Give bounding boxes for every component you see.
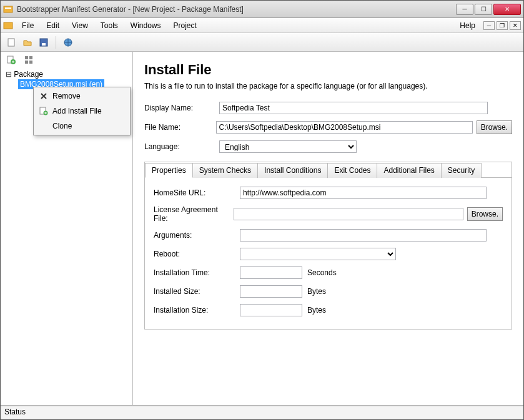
mdi-restore-button[interactable]: ❐	[497, 21, 508, 30]
svg-rect-5	[42, 43, 46, 46]
add-install-icon	[39, 106, 49, 116]
tab-additional-files[interactable]: Additional Files	[377, 163, 441, 178]
minimize-button[interactable]: ─	[456, 4, 473, 15]
svg-rect-11	[25, 61, 28, 64]
tab-security[interactable]: Security	[441, 163, 482, 178]
save-button[interactable]	[37, 36, 51, 49]
tree-body: ⊟ Package BMG2008Setup.msi (en) Remove	[1, 68, 132, 405]
file-name-input[interactable]	[216, 121, 473, 134]
installed-size-input[interactable]	[240, 285, 302, 298]
svg-rect-12	[29, 61, 32, 64]
tree-collapse-icon[interactable]: ⊟	[6, 70, 12, 79]
folder-open-icon	[22, 37, 32, 47]
language-select[interactable]: English	[219, 140, 357, 153]
menu-help[interactable]: Help	[453, 19, 482, 32]
svg-rect-0	[4, 6, 12, 12]
homesite-input[interactable]	[240, 187, 487, 199]
menu-tools[interactable]: Tools	[94, 19, 124, 32]
save-icon	[39, 37, 49, 47]
tree-root-label: Package	[14, 70, 43, 79]
toolbar	[1, 33, 523, 52]
menu-project[interactable]: Project	[167, 19, 203, 32]
install-time-label: Installation Time:	[154, 268, 240, 277]
svg-rect-3	[8, 39, 14, 46]
main-pane: Install File This is a file to run to in…	[133, 52, 523, 405]
menu-edit[interactable]: Edit	[40, 19, 66, 32]
tree-root-node[interactable]: ⊟ Package	[3, 69, 130, 79]
installation-size-input[interactable]	[240, 304, 302, 316]
tab-install-conditions[interactable]: Install Conditions	[257, 163, 328, 178]
toolbar-separator	[56, 36, 56, 49]
add-file-icon	[6, 55, 16, 65]
tab-system-checks[interactable]: System Checks	[192, 163, 258, 178]
maximize-button[interactable]: ☐	[475, 4, 492, 15]
section-description: This is a file to run to install the pac…	[144, 82, 512, 90]
context-menu: Remove Add Install File Clone	[33, 87, 131, 135]
license-input[interactable]	[234, 208, 463, 220]
svg-rect-1	[5, 7, 11, 9]
content-area: ⊟ Package BMG2008Setup.msi (en) Remove	[1, 52, 523, 406]
install-time-input[interactable]	[240, 266, 302, 279]
close-button[interactable]: ✕	[493, 4, 521, 15]
context-add-install-label: Add Install File	[52, 107, 102, 115]
license-browse-button[interactable]: Browse.	[467, 207, 503, 221]
window-title: Bootstrapper Manifest Generator - [New P…	[17, 5, 456, 14]
build-button[interactable]	[61, 36, 75, 49]
tree-pane: ⊟ Package BMG2008Setup.msi (en) Remove	[1, 52, 133, 405]
installation-size-label: Installation Size:	[154, 306, 240, 315]
tree-toolbar	[1, 52, 132, 68]
display-name-label: Display Name:	[144, 104, 219, 112]
status-text: Status	[4, 408, 26, 416]
mdi-close-button[interactable]: ✕	[510, 21, 521, 30]
new-file-icon	[6, 37, 16, 47]
installed-size-label: Installed Size:	[154, 287, 240, 296]
titlebar: Bootstrapper Manifest Generator - [New P…	[1, 1, 523, 18]
arguments-input[interactable]	[240, 229, 487, 242]
tab-properties[interactable]: Properties	[145, 163, 193, 178]
menu-view[interactable]: View	[66, 19, 94, 32]
install-time-unit: Seconds	[307, 268, 337, 277]
clone-icon	[39, 121, 49, 131]
language-label: Language:	[144, 142, 219, 151]
context-clone-label: Clone	[52, 122, 72, 130]
file-name-label: File Name:	[144, 123, 216, 132]
open-button[interactable]	[21, 36, 34, 49]
menu-app-icon	[3, 21, 13, 31]
tab-panel-properties: HomeSite URL: License Agreement File: Br…	[145, 178, 512, 329]
tree-add-button[interactable]	[4, 53, 18, 67]
arguments-label: Arguments:	[154, 231, 240, 240]
homesite-label: HomeSite URL:	[154, 188, 240, 197]
tree-settings-button[interactable]	[22, 53, 36, 67]
window-controls: ─ ☐ ✕	[456, 4, 521, 15]
statusbar: Status	[1, 406, 523, 419]
tab-exit-codes[interactable]: Exit Codes	[327, 163, 377, 178]
installation-size-unit: Bytes	[307, 306, 326, 315]
app-icon	[3, 4, 13, 14]
license-label: License Agreement File:	[154, 205, 234, 223]
section-title: Install File	[144, 62, 512, 78]
delete-icon	[39, 91, 49, 101]
menu-windows[interactable]: Windows	[124, 19, 167, 32]
mdi-minimize-button[interactable]: ─	[483, 21, 495, 30]
context-clone[interactable]: Clone	[35, 119, 129, 134]
svg-rect-9	[25, 56, 28, 59]
file-browse-button[interactable]: Browse.	[477, 120, 512, 134]
grid-icon	[24, 55, 34, 65]
installed-size-unit: Bytes	[307, 287, 326, 296]
reboot-select[interactable]	[240, 248, 396, 260]
globe-icon	[63, 37, 73, 47]
svg-rect-10	[29, 56, 32, 59]
menu-file[interactable]: File	[16, 19, 40, 32]
context-remove-label: Remove	[52, 92, 81, 100]
display-name-input[interactable]	[219, 102, 488, 114]
new-button[interactable]	[4, 36, 18, 49]
context-add-install[interactable]: Add Install File	[35, 104, 129, 119]
menubar: File Edit View Tools Windows Project Hel…	[1, 18, 523, 33]
svg-rect-2	[4, 22, 12, 29]
tabs-container: Properties System Checks Install Conditi…	[144, 162, 512, 330]
tab-strip: Properties System Checks Install Conditi…	[145, 162, 512, 178]
app-window: Bootstrapper Manifest Generator - [New P…	[0, 0, 524, 420]
context-remove[interactable]: Remove	[35, 89, 129, 104]
reboot-label: Reboot:	[154, 250, 240, 258]
